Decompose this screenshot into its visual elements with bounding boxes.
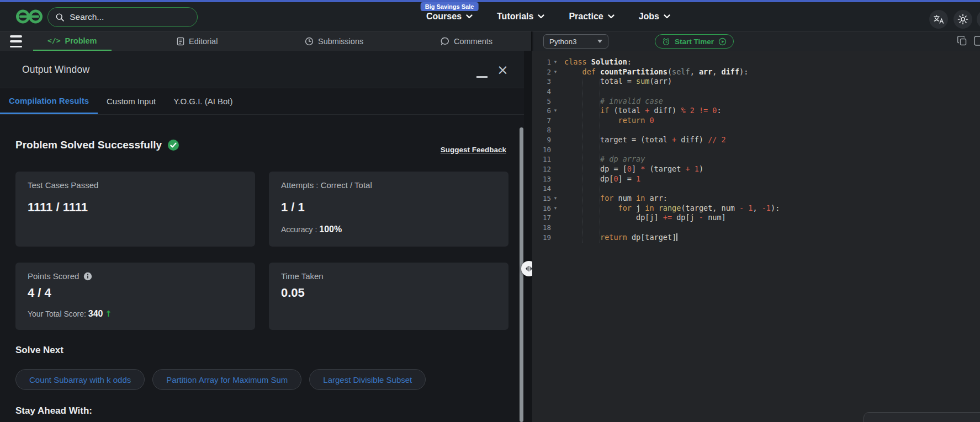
panel-scrollbar[interactable] — [520, 127, 523, 422]
code-editor[interactable]: 1▾class Solution:2▾ def countPartitions(… — [532, 51, 980, 422]
language-select[interactable]: Python3 — [543, 34, 608, 49]
line-number: 1 — [532, 57, 551, 67]
tab-comments[interactable]: Comments — [441, 31, 492, 51]
line-number: 18 — [532, 223, 551, 233]
alarm-clock-icon — [662, 38, 670, 46]
chevron-down-icon — [466, 14, 473, 19]
code-line: 12 dp = [0] * (target + 1) — [532, 164, 980, 174]
close-icon[interactable]: × — [497, 64, 508, 76]
line-number: 11 — [532, 154, 551, 164]
expand-button-clipped[interactable] — [973, 35, 980, 49]
copy-code-button[interactable] — [957, 35, 968, 49]
nav-menu-jobs[interactable]: Jobs — [639, 12, 670, 22]
top-navbar: Big Savings Sale Courses Tutorials Pract… — [0, 2, 980, 31]
code-icon: </> — [47, 36, 60, 45]
search-icon — [56, 13, 64, 22]
gfg-logo[interactable] — [15, 7, 43, 26]
problem-tabs-bar: </> Problem Editorial Submissions — [0, 31, 532, 51]
editor-toolbar: Python3 Start Timer — [533, 31, 980, 51]
code-lines: 1▾class Solution:2▾ def countPartitions(… — [532, 57, 980, 242]
success-check-icon — [167, 139, 179, 151]
nav-menu-tutorials[interactable]: Tutorials — [497, 12, 544, 22]
line-number: 10 — [532, 145, 551, 155]
line-number: 15 — [532, 194, 551, 204]
code-line: 9 target = (total + diff) // 2 — [532, 135, 980, 145]
clipped-bottom-widget[interactable] — [864, 412, 980, 422]
code-line: 10 — [532, 145, 980, 155]
line-number: 14 — [532, 184, 551, 194]
suggest-feedback-link[interactable]: Suggest Feedback — [441, 146, 506, 154]
line-number: 2 — [532, 67, 551, 77]
info-icon[interactable] — [83, 272, 92, 281]
theme-toggle-sun-icon — [957, 14, 968, 25]
tab-yogi-ai-bot[interactable]: Y.O.G.I. (AI Bot) — [165, 88, 241, 114]
line-number: 3 — [532, 77, 551, 87]
line-number: 9 — [532, 135, 551, 145]
line-number: 16 — [532, 204, 551, 213]
tab-submissions[interactable]: Submissions — [305, 31, 363, 51]
tab-compilation-results[interactable]: Compilation Results — [0, 88, 98, 114]
clock-icon — [305, 37, 314, 46]
line-number: 4 — [532, 87, 551, 97]
nav-menu-courses[interactable]: Big Savings Sale Courses — [426, 12, 473, 22]
fold-toggle-icon[interactable]: ▾ — [551, 204, 560, 213]
workspace-main: Output Window × Compilation Results Cust… — [0, 51, 980, 422]
time-taken-card: Time Taken 0.05 — [269, 263, 508, 330]
fold-toggle-icon[interactable]: ▾ — [551, 57, 560, 67]
code-line: 19 return dp[target] — [532, 233, 980, 243]
fold-toggle-icon[interactable]: ▾ — [551, 194, 560, 204]
code-line: 18 — [532, 223, 980, 233]
fold-toggle-icon[interactable]: ▾ — [551, 67, 560, 77]
search-input[interactable] — [70, 12, 189, 22]
line-number: 19 — [532, 233, 551, 243]
tab-custom-input[interactable]: Custom Input — [98, 88, 165, 114]
minimize-icon[interactable] — [476, 76, 488, 78]
status-message: Problem Solved Successfully — [15, 139, 162, 151]
document-icon — [177, 37, 184, 46]
chevron-down-icon — [538, 14, 544, 19]
select-caret-icon — [597, 40, 602, 43]
points-scored-card: Points Scored 4 / 4 Your Total Score: 34… — [15, 263, 255, 330]
line-number: 13 — [532, 174, 551, 184]
play-circle-icon — [718, 38, 727, 46]
tab-editorial[interactable]: Editorial — [177, 31, 218, 51]
line-number: 7 — [532, 116, 551, 126]
score-up-arrow-icon: ↑ — [105, 309, 112, 319]
hamburger-menu-icon[interactable] — [10, 35, 23, 47]
code-line: 15▾ for num in arr: — [532, 194, 980, 204]
nav-menu-practice[interactable]: Practice — [569, 12, 614, 22]
code-line: 11 # dp array — [532, 154, 980, 164]
code-line: 7 return 0 — [532, 116, 980, 126]
chevron-down-icon — [664, 14, 670, 19]
panel-resizer[interactable] — [524, 51, 532, 422]
test-cases-card: Test Cases Passed 1111 / 1111 — [15, 172, 255, 247]
solve-next-chip[interactable]: Largest Divisible Subset — [309, 369, 426, 390]
output-window-title: Output Window — [22, 64, 89, 76]
solve-next-chip[interactable]: Count Subarray with k odds — [15, 369, 145, 390]
text-cursor — [676, 233, 677, 241]
theme-toggle-button[interactable] — [953, 10, 972, 29]
line-number: 5 — [532, 97, 551, 106]
code-line: 16▾ for j in range(target, num - 1, -1): — [532, 204, 980, 213]
code-line: 17 dp[j] += dp[j - num] — [532, 213, 980, 223]
profile-button-clipped[interactable] — [977, 10, 980, 29]
sale-badge: Big Savings Sale — [421, 2, 479, 11]
chevron-down-icon — [608, 14, 615, 19]
solve-next-chip[interactable]: Partition Array for Maximum Sum — [152, 369, 301, 390]
translate-icon — [933, 14, 944, 24]
search-bar[interactable] — [47, 7, 198, 27]
stay-ahead-heading: Stay Ahead With: — [15, 405, 92, 416]
fold-toggle-icon[interactable]: ▾ — [551, 106, 560, 116]
code-line: 4 — [532, 87, 980, 97]
code-line: 14 — [532, 184, 980, 194]
solve-next-chips: Count Subarray with k odds Partition Arr… — [15, 369, 426, 390]
start-timer-button[interactable]: Start Timer — [655, 34, 734, 49]
code-line: 6▾ if (total + diff) % 2 != 0: — [532, 106, 980, 116]
solve-next-heading: Solve Next — [15, 345, 63, 356]
code-line: 1▾class Solution: — [532, 57, 980, 67]
comment-bubble-icon — [441, 37, 449, 46]
translate-button[interactable] — [929, 10, 948, 29]
line-number: 8 — [532, 125, 551, 135]
tab-problem[interactable]: </> Problem — [33, 31, 112, 51]
attempts-card: Attempts : Correct / Total 1 / 1 Accurac… — [269, 172, 508, 247]
